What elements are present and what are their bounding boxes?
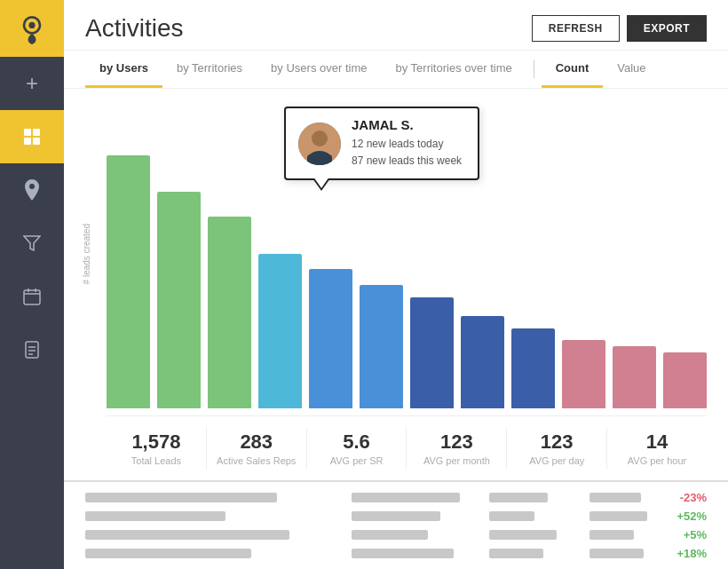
stat-label-avg-sr: AVG per SR <box>314 455 400 466</box>
stat-value-avg-day: 123 <box>514 431 599 454</box>
tooltip-content: JAMAL S. 12 new leads today 87 new leads… <box>352 117 462 170</box>
tab-count[interactable]: Count <box>542 51 604 88</box>
stat-value-avg-sr: 5.6 <box>314 431 400 454</box>
tab-by-users[interactable]: by Users <box>85 51 162 88</box>
stat-value-total-leads: 1,578 <box>114 431 199 454</box>
bar-5[interactable] <box>309 269 352 408</box>
sidebar-item-add[interactable]: + <box>0 57 64 110</box>
refresh-button[interactable]: REFRESH <box>532 15 620 42</box>
svg-rect-7 <box>24 290 40 304</box>
svg-rect-18 <box>307 154 332 165</box>
bar-7[interactable] <box>410 297 454 408</box>
pct-3: +5% <box>664 528 707 541</box>
stat-avg-sr: 5.6 AVG per SR <box>307 427 408 470</box>
y-axis-label: # leads created <box>82 224 91 284</box>
bottom-table: -23% +52% <box>64 480 728 569</box>
stat-label-active-reps: Active Sales Reps <box>214 455 299 466</box>
sidebar-item-location[interactable] <box>0 163 64 217</box>
stat-avg-hour: 14 AVG per hour <box>607 427 707 470</box>
bar-6[interactable] <box>360 285 403 408</box>
bar-12[interactable] <box>663 352 707 408</box>
stat-avg-day: 123 AVG per day <box>507 427 607 470</box>
pct-1: -23% <box>664 491 707 504</box>
sidebar-item-filter[interactable] <box>0 217 64 270</box>
svg-point-16 <box>312 130 328 146</box>
header: Activities REFRESH EXPORT <box>64 0 728 51</box>
tooltip-avatar <box>298 122 341 165</box>
tooltip-line2: 87 new leads this week <box>352 153 462 170</box>
bar-8[interactable] <box>461 316 504 408</box>
tooltip-name: JAMAL S. <box>352 117 462 132</box>
svg-rect-2 <box>24 129 31 136</box>
tab-value[interactable]: Value <box>603 51 660 88</box>
sidebar-item-document[interactable] <box>0 323 64 376</box>
svg-rect-3 <box>33 129 40 136</box>
page-title: Activities <box>85 14 183 43</box>
sidebar-item-grid[interactable] <box>0 110 64 163</box>
app-logo <box>0 0 64 57</box>
chart-area: # leads created <box>64 89 728 480</box>
stat-value-active-reps: 283 <box>214 431 299 454</box>
header-actions: REFRESH EXPORT <box>532 15 707 42</box>
table-row: +18% <box>85 547 707 560</box>
stat-label-avg-hour: AVG per hour <box>614 455 700 466</box>
pct-4: +18% <box>664 547 707 560</box>
user-tooltip: JAMAL S. 12 new leads today 87 new leads… <box>284 107 479 180</box>
sidebar: + <box>0 0 64 569</box>
tab-by-territories-over-time[interactable]: by Territories over time <box>381 51 526 88</box>
tab-by-users-over-time[interactable]: by Users over time <box>257 51 381 88</box>
stat-total-leads: 1,578 Total Leads <box>107 427 207 470</box>
export-button[interactable]: EXPORT <box>627 15 707 42</box>
tab-separator <box>534 60 534 78</box>
table-row: +5% <box>85 528 707 541</box>
bar-4[interactable] <box>258 254 302 408</box>
bar-1[interactable] <box>107 155 150 408</box>
sidebar-item-calendar[interactable] <box>0 270 64 323</box>
bar-2[interactable] <box>157 192 201 408</box>
svg-point-1 <box>28 22 35 28</box>
stat-label-avg-month: AVG per month <box>414 455 499 466</box>
table-row: -23% <box>85 491 707 504</box>
stats-row: 1,578 Total Leads 283 Active Sales Reps … <box>107 415 707 480</box>
tooltip-line1: 12 new leads today <box>352 136 462 153</box>
svg-rect-11 <box>26 342 38 358</box>
stat-value-avg-month: 123 <box>414 431 499 454</box>
pct-2: +52% <box>664 510 707 523</box>
bar-11[interactable] <box>613 346 656 408</box>
stat-active-reps: 283 Active Sales Reps <box>207 427 307 470</box>
bar-9[interactable] <box>511 328 555 408</box>
table-row: +52% <box>85 510 707 523</box>
bar-chart: # leads created <box>107 99 707 415</box>
tabs-bar: by Users by Territories by Users over ti… <box>64 51 728 89</box>
svg-point-6 <box>29 184 35 189</box>
stat-avg-month: 123 AVG per month <box>407 427 507 470</box>
svg-rect-5 <box>33 138 40 145</box>
stat-label-avg-day: AVG per day <box>514 455 599 466</box>
stat-value-avg-hour: 14 <box>614 431 700 454</box>
svg-rect-4 <box>24 138 31 145</box>
bar-10[interactable] <box>562 340 605 408</box>
bar-3[interactable] <box>208 217 251 408</box>
tab-by-territories[interactable]: by Territories <box>162 51 257 88</box>
stat-label-total-leads: Total Leads <box>114 455 199 466</box>
main-content: Activities REFRESH EXPORT by Users by Te… <box>64 0 728 569</box>
